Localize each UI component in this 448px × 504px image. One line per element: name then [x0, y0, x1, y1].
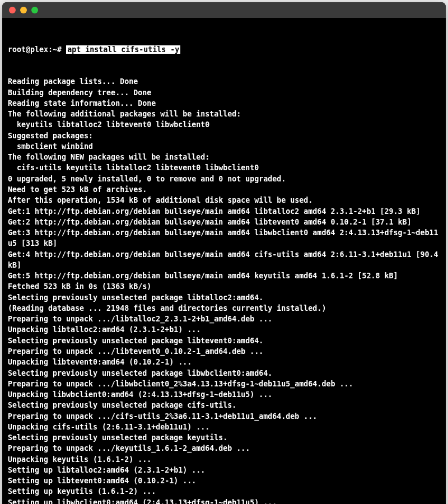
output-line: Fetched 523 kB in 0s (1363 kB/s)	[8, 281, 440, 292]
output-line: Preparing to unpack .../cifs-utils_2%3a6…	[8, 411, 440, 422]
output-line: Selecting previously unselected package …	[8, 335, 440, 346]
output-line: Preparing to unpack .../libtalloc2_2.3.1…	[8, 314, 440, 324]
output-line: Get:1 http://ftp.debian.org/debian bulls…	[8, 206, 440, 217]
output-line: The following additional packages will b…	[8, 109, 440, 119]
output-line: Selecting previously unselected package …	[8, 292, 440, 303]
maximize-icon[interactable]	[31, 7, 38, 13]
output-line: Unpacking libtalloc2:amd64 (2.3.1-2+b1) …	[8, 324, 440, 335]
output-line: cifs-utils keyutils libtalloc2 libtevent…	[8, 162, 440, 173]
output-line: (Reading database ... 21948 files and di…	[8, 303, 440, 314]
output-line: Setting up keyutils (1.6.1-2) ...	[8, 486, 440, 497]
output-line: Selecting previously unselected package …	[8, 400, 440, 410]
title-bar	[2, 2, 446, 18]
output-line: Unpacking cifs-utils (2:6.11-3.1+deb11u1…	[8, 422, 440, 432]
output-line: Preparing to unpack .../libwbclient0_2%3…	[8, 379, 440, 389]
output-line: Setting up libtevent0:amd64 (0.10.2-1) .…	[8, 475, 440, 486]
close-icon[interactable]	[9, 7, 16, 13]
output-line: Reading package lists... Done	[8, 76, 440, 87]
output-line: Get:4 http://ftp.debian.org/debian bulls…	[8, 249, 440, 271]
prompt-char: #	[57, 45, 62, 54]
minimize-icon[interactable]	[20, 7, 27, 13]
terminal-window: root@plex:~# apt install cifs-utils -y R…	[2, 2, 446, 504]
output-line: Setting up libtalloc2:amd64 (2.3.1-2+b1)…	[8, 465, 440, 475]
output-line: Reading state information... Done	[8, 98, 440, 109]
output-line: Selecting previously unselected package …	[8, 368, 440, 379]
output-line: keyutils libtalloc2 libtevent0 libwbclie…	[8, 119, 440, 130]
command-prompt-line: root@plex:~# apt install cifs-utils -y	[8, 44, 440, 55]
output-line: Building dependency tree... Done	[8, 87, 440, 98]
output-line: Get:5 http://ftp.debian.org/debian bulls…	[8, 270, 440, 281]
output-line: Preparing to unpack .../libtevent0_0.10.…	[8, 346, 440, 357]
output-line: Suggested packages:	[8, 130, 440, 141]
output-line: After this operation, 1534 kB of additio…	[8, 195, 440, 206]
output-line: Selecting previously unselected package …	[8, 432, 440, 443]
entered-command: apt install cifs-utils -y	[66, 45, 180, 54]
output-line: 0 upgraded, 5 newly installed, 0 to remo…	[8, 174, 440, 184]
output-line: The following NEW packages will be insta…	[8, 152, 440, 162]
output-line: Preparing to unpack .../keyutils_1.6.1-2…	[8, 443, 440, 454]
output-line: Need to get 523 kB of archives.	[8, 184, 440, 195]
prompt-user-host: root@plex	[8, 45, 48, 54]
output-line: Get:2 http://ftp.debian.org/debian bulls…	[8, 217, 440, 227]
output-line: Unpacking keyutils (1.6.1-2) ...	[8, 454, 440, 465]
output-line: smbclient winbind	[8, 141, 440, 152]
output-line: Setting up libwbclient0:amd64 (2:4.13.13…	[8, 497, 440, 504]
terminal-output: Reading package lists... DoneBuilding de…	[8, 76, 440, 504]
output-line: Unpacking libtevent0:amd64 (0.10.2-1) ..…	[8, 357, 440, 367]
output-line: Get:3 http://ftp.debian.org/debian bulls…	[8, 227, 440, 249]
prompt-cwd: ~	[53, 45, 57, 54]
output-line: Unpacking libwbclient0:amd64 (2:4.13.13+…	[8, 389, 440, 400]
terminal-body[interactable]: root@plex:~# apt install cifs-utils -y R…	[2, 18, 446, 504]
